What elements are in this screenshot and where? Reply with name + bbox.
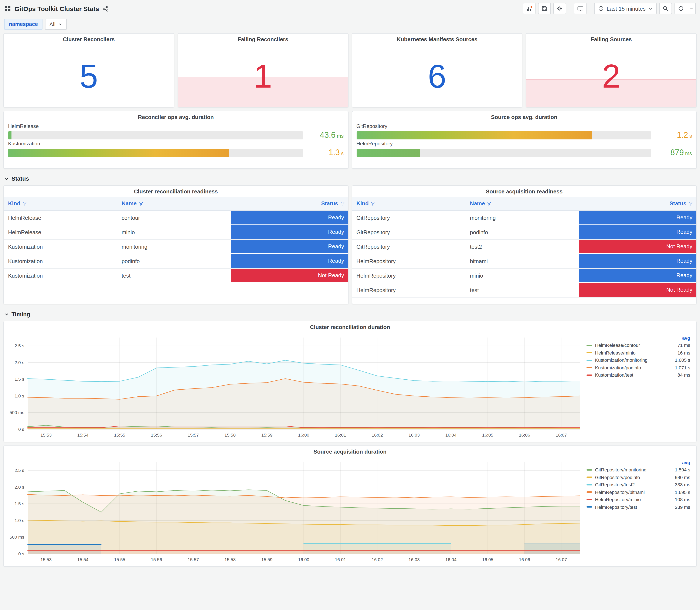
page-title[interactable]: GitOps Toolkit Cluster Stats xyxy=(14,5,99,12)
cell-name: test xyxy=(466,283,579,297)
table-row: GitRepositorypodinfoReady xyxy=(352,225,696,239)
series-color-marker xyxy=(587,477,592,478)
bar-gauge: HelmRepository 879ms xyxy=(356,141,692,157)
zoom-out-button[interactable] xyxy=(659,3,672,14)
series-color-marker xyxy=(587,484,592,485)
cell-kind: HelmRepository xyxy=(352,254,466,268)
dashboard-settings-button[interactable] xyxy=(553,3,566,14)
legend-item[interactable]: GitRepository/test2338 ms xyxy=(587,481,690,488)
svg-text:15:58: 15:58 xyxy=(224,557,236,562)
dashboard-grid-icon[interactable] xyxy=(4,5,11,12)
series-name: HelmRepository/minio xyxy=(595,497,668,502)
svg-text:15:56: 15:56 xyxy=(151,433,162,437)
legend-item[interactable]: Kustomization/test84 ms xyxy=(587,371,690,379)
svg-text:16:02: 16:02 xyxy=(372,433,383,437)
save-dashboard-button[interactable] xyxy=(538,3,551,14)
status-badge: Ready xyxy=(579,254,696,268)
cell-kind: HelmRepository xyxy=(352,268,466,283)
legend-item[interactable]: Kustomization/monitoring1.605 s xyxy=(587,356,690,364)
tv-icon xyxy=(577,5,583,12)
svg-text:16:03: 16:03 xyxy=(408,557,420,562)
series-color-marker xyxy=(587,345,592,346)
refresh-button[interactable] xyxy=(674,3,687,14)
gauge-fill xyxy=(8,131,12,139)
legend-item[interactable]: HelmRepository/bitnami1.695 s xyxy=(587,488,690,496)
series-name: GitRepository/podinfo xyxy=(595,475,668,480)
series-avg-value: 16 ms xyxy=(668,350,690,355)
variable-namespace-select[interactable]: All xyxy=(45,19,66,30)
series-avg-value: 1.594 s xyxy=(668,467,690,472)
svg-text:2.0 s: 2.0 s xyxy=(14,360,24,365)
column-header-kind[interactable]: Kind xyxy=(352,197,466,210)
cell-status: Ready xyxy=(231,254,348,268)
status-badge: Not Ready xyxy=(231,269,348,282)
legend-item[interactable]: HelmRepository/test289 ms xyxy=(587,503,690,511)
zoom-out-icon xyxy=(663,5,669,12)
svg-text:16:00: 16:00 xyxy=(298,557,309,562)
filter-icon xyxy=(688,202,693,206)
legend-item[interactable]: GitRepository/monitoring1.594 s xyxy=(587,466,690,473)
status-badge: Not Ready xyxy=(579,283,696,296)
table-row: GitRepositorytest2Not Ready xyxy=(352,239,696,254)
gear-icon xyxy=(557,5,563,12)
svg-text:500 ms: 500 ms xyxy=(10,534,24,540)
panel-cluster-reconcilers: Cluster Reconcilers 5 xyxy=(3,33,174,108)
column-header-name[interactable]: Name xyxy=(117,197,231,210)
panel-cluster-reconciliation-duration: Cluster reconciliation duration 0 s500 m… xyxy=(3,321,697,442)
svg-text:16:00: 16:00 xyxy=(298,433,309,437)
panel-source-ops-duration: Source ops avg. duration GitRepository 1… xyxy=(352,111,697,169)
legend-item[interactable]: Kustomization/podinfo1.071 s xyxy=(587,364,690,371)
svg-text:16:06: 16:06 xyxy=(519,557,530,562)
cell-kind: GitRepository xyxy=(352,225,466,239)
filter-icon xyxy=(371,202,375,206)
series-avg-value: 289 ms xyxy=(668,504,690,510)
series-avg-value: 1.605 s xyxy=(668,358,690,363)
series-avg-value: 71 ms xyxy=(668,343,690,348)
column-header-status[interactable]: Status xyxy=(579,197,696,210)
cell-kind: GitRepository xyxy=(352,210,466,225)
share-icon[interactable] xyxy=(102,5,109,12)
svg-text:16:04: 16:04 xyxy=(445,557,457,562)
time-series-plot[interactable]: 0 s500 ms1.0 s1.5 s2.0 s2.5 s15:5315:541… xyxy=(5,457,583,564)
series-avg-value: 338 ms xyxy=(668,482,690,487)
series-color-marker xyxy=(587,499,592,500)
column-header-kind[interactable]: Kind xyxy=(4,197,117,210)
section-row-timing[interactable]: Timing xyxy=(3,308,697,321)
svg-text:16:05: 16:05 xyxy=(482,433,493,437)
cell-name: minio xyxy=(117,225,231,239)
section-title: Status xyxy=(12,176,29,182)
time-series-plot[interactable]: 0 s500 ms1.0 s1.5 s2.0 s2.5 s15:5315:541… xyxy=(5,333,583,439)
refresh-interval-dropdown[interactable] xyxy=(687,3,696,14)
stat-value: 6 xyxy=(428,59,446,93)
legend-item[interactable]: HelmRepository/minio108 ms xyxy=(587,496,690,503)
table-row: HelmReleaseminioReady xyxy=(4,225,348,239)
readiness-table: Kind Name Status GitRepositorymonitoring… xyxy=(352,197,696,298)
add-panel-button[interactable] xyxy=(523,3,536,14)
legend-avg-header: avg xyxy=(587,334,690,341)
panel-cluster-reconciliation-readiness: Cluster reconciliation readiness Kind Na… xyxy=(3,185,348,304)
gauge-value: 1.3s xyxy=(307,148,344,157)
panel-title: Cluster Reconcilers xyxy=(4,34,174,45)
status-badge: Not Ready xyxy=(579,240,696,253)
table-row: GitRepositorymonitoringReady xyxy=(352,210,696,225)
legend-item[interactable]: GitRepository/podinfo980 ms xyxy=(587,473,690,481)
svg-text:16:07: 16:07 xyxy=(556,433,567,437)
cell-status: Ready xyxy=(579,254,696,268)
cell-status: Ready xyxy=(231,225,348,239)
tv-mode-button[interactable] xyxy=(574,3,587,14)
chevron-down-icon xyxy=(648,6,653,11)
column-header-status[interactable]: Status xyxy=(231,197,348,210)
legend-item[interactable]: HelmRelease/contour71 ms xyxy=(587,341,690,349)
section-row-status[interactable]: Status xyxy=(3,172,697,185)
time-range-picker[interactable]: Last 15 minutes xyxy=(594,3,657,14)
cell-name: minio xyxy=(466,268,579,283)
gauge-value: 879ms xyxy=(655,148,692,157)
variable-namespace-label[interactable]: namespace xyxy=(4,19,43,30)
gauge-value: 1.2s xyxy=(655,130,692,140)
column-header-name[interactable]: Name xyxy=(466,197,579,210)
legend-item[interactable]: HelmRelease/minio16 ms xyxy=(587,349,690,356)
cell-kind: HelmRelease xyxy=(4,210,117,225)
chevron-down-icon xyxy=(4,176,9,181)
svg-text:16:04: 16:04 xyxy=(445,433,457,437)
series-avg-value: 980 ms xyxy=(668,475,690,480)
